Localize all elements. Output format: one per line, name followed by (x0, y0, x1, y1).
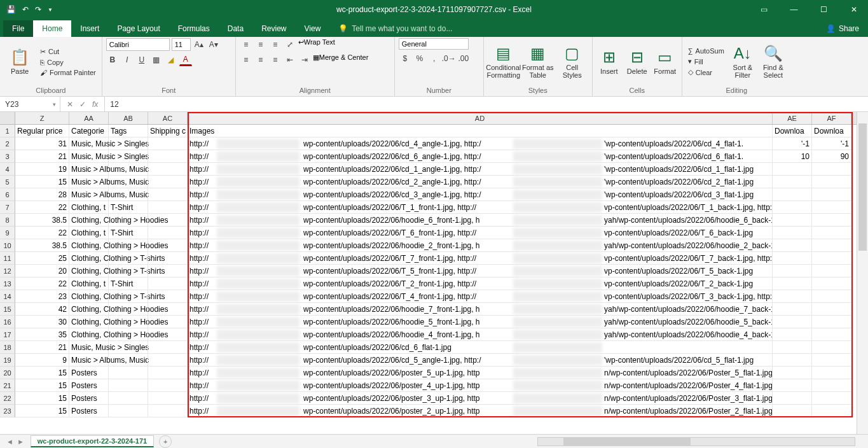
fx-icon[interactable]: fx (92, 100, 98, 109)
cell[interactable] (109, 328, 148, 341)
cell[interactable] (148, 316, 188, 328)
row-header[interactable]: 9 (0, 227, 15, 239)
align-middle-icon[interactable]: ≡ (254, 38, 267, 51)
cell[interactable]: 21 (15, 341, 69, 354)
cell[interactable] (812, 227, 851, 239)
cell[interactable]: Posters (69, 367, 109, 379)
cell[interactable] (812, 277, 851, 290)
cell[interactable]: http://wp-content/uploads/2022/06/hoodie… (188, 214, 773, 227)
cell[interactable]: '-1 (812, 137, 851, 150)
conditional-formatting-button[interactable]: ▤Conditional Formatting (488, 45, 520, 79)
cell[interactable] (812, 176, 851, 188)
cell[interactable]: 9 (15, 354, 69, 367)
horizontal-scrollbar[interactable] (172, 437, 868, 446)
tab-file[interactable]: File (3, 20, 33, 37)
cell[interactable] (812, 405, 851, 417)
italic-button[interactable]: I (121, 53, 134, 66)
row-header[interactable]: 3 (0, 150, 15, 163)
cell[interactable]: http://wp-content/uploads/2022/06/cd_6_a… (188, 150, 773, 163)
cell[interactable] (148, 341, 188, 354)
cell[interactable]: Shipping c (148, 125, 188, 137)
cell[interactable]: Tags (109, 125, 148, 137)
insert-cells-button[interactable]: ⊞Insert (596, 48, 622, 75)
increase-font-icon[interactable]: A▴ (193, 38, 205, 51)
cell[interactable]: http://wp-content/uploads/2022/06/T_4_fr… (188, 290, 773, 303)
cell[interactable] (773, 328, 812, 341)
cell[interactable]: 38.5 (15, 214, 69, 227)
cell[interactable] (109, 137, 148, 150)
currency-icon[interactable]: $ (399, 52, 411, 65)
row-header[interactable]: 16 (0, 316, 15, 328)
cell[interactable] (773, 303, 812, 316)
tab-formulas[interactable]: Formulas (169, 20, 219, 37)
find-select-button[interactable]: 🔍Find & Select (759, 45, 787, 79)
cell[interactable] (148, 405, 188, 417)
row-header[interactable]: 12 (0, 265, 15, 277)
cell[interactable] (773, 176, 812, 188)
column-header-AE[interactable]: AE (773, 112, 812, 124)
format-cells-button[interactable]: ▭Format (652, 48, 678, 75)
cell[interactable]: http://wp-content/uploads/2022/06/poster… (188, 367, 773, 379)
cell[interactable]: Music, Music > Singles (69, 341, 109, 354)
spreadsheet-grid[interactable]: ZAAABACADAEAF 1Regular priceCategorieTag… (0, 112, 857, 434)
cell[interactable] (773, 239, 812, 252)
cell[interactable]: 21 (15, 150, 69, 163)
row-header[interactable]: 13 (0, 277, 15, 290)
sheet-nav-prev-icon[interactable]: ◄ (6, 438, 13, 445)
column-header-AB[interactable]: AB (109, 112, 148, 124)
decrease-decimal-icon[interactable]: .00 (457, 52, 470, 65)
column-header-AA[interactable]: AA (69, 112, 109, 124)
row-header[interactable]: 2 (0, 137, 15, 150)
cell[interactable] (812, 341, 851, 354)
row-header[interactable]: 11 (0, 252, 15, 265)
cell[interactable]: Images (188, 125, 773, 137)
comma-icon[interactable]: , (428, 52, 441, 65)
row-header[interactable]: 23 (0, 405, 15, 417)
align-center-icon[interactable]: ≡ (254, 53, 267, 66)
select-all-corner[interactable] (0, 112, 15, 124)
font-size-input[interactable] (172, 38, 191, 51)
percent-icon[interactable]: % (413, 52, 426, 65)
cell[interactable]: http://wp-content/uploads/2022/06/T_1_fr… (188, 201, 773, 214)
cell[interactable] (812, 303, 851, 316)
decrease-font-icon[interactable]: A▾ (207, 38, 220, 51)
cell[interactable] (109, 379, 148, 392)
cell[interactable] (148, 277, 188, 290)
cell[interactable] (109, 341, 148, 354)
cell[interactable] (812, 163, 851, 176)
paste-button[interactable]: 📋Paste (4, 48, 36, 75)
cell[interactable]: http://wp-content/uploads/2022/06/cd_3_a… (188, 188, 773, 201)
cell[interactable] (773, 379, 812, 392)
align-top-icon[interactable]: ≡ (240, 38, 252, 51)
wrap-text-button[interactable]: ↩Wrap Text (298, 38, 335, 51)
cell[interactable] (148, 176, 188, 188)
cell[interactable] (773, 265, 812, 277)
cut-button[interactable]: ✂Cut (38, 47, 98, 57)
cell[interactable]: Music > Albums, Music (69, 354, 109, 367)
cell[interactable]: 25 (15, 252, 69, 265)
cell[interactable]: Posters (69, 379, 109, 392)
cell[interactable]: 15 (15, 392, 69, 405)
column-header-Z[interactable]: Z (15, 112, 69, 124)
cell[interactable] (148, 303, 188, 316)
cell[interactable] (812, 188, 851, 201)
cell[interactable]: 23 (15, 290, 69, 303)
cell[interactable] (148, 392, 188, 405)
cell[interactable]: T-Shirt (109, 227, 148, 239)
cell[interactable]: '-1 (773, 137, 812, 150)
cell[interactable]: T-Shirt (109, 277, 148, 290)
cell[interactable] (109, 367, 148, 379)
cell[interactable] (109, 252, 148, 265)
cell[interactable]: Music > Albums, Music (69, 163, 109, 176)
cell[interactable]: http://wp-content/uploads/2022/06/T_6_fr… (188, 227, 773, 239)
cell[interactable]: http://wp-content/uploads/2022/06/T_5_fr… (188, 265, 773, 277)
cell[interactable]: http://wp-content/uploads/2022/06/hoodie… (188, 328, 773, 341)
copy-button[interactable]: ⎘Copy (38, 58, 98, 67)
cell[interactable] (812, 354, 851, 367)
save-icon[interactable]: 💾 (6, 5, 16, 14)
cell[interactable] (148, 265, 188, 277)
cell[interactable]: 15 (15, 405, 69, 417)
scrollbar-thumb[interactable] (563, 438, 691, 445)
tab-data[interactable]: Data (219, 20, 252, 37)
cell[interactable] (148, 137, 188, 150)
